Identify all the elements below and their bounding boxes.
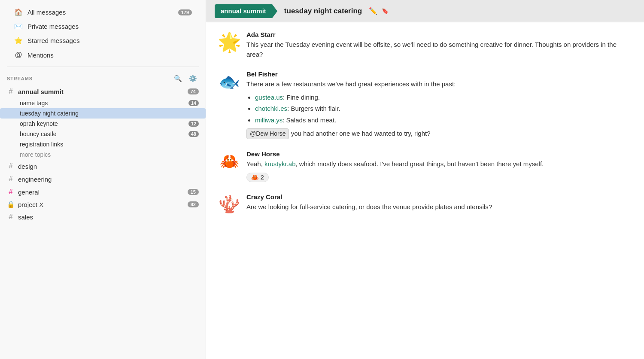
topic-badge: 12 (188, 121, 199, 127)
message-content: Ada Starr This year the Tuesday evening … (246, 31, 631, 59)
restaurant-link-1[interactable]: gustea.us (255, 94, 283, 101)
sidebar-nav: 🏠 All messages 179 ✉️ Private messages ⭐… (0, 0, 206, 64)
restaurant-link-2[interactable]: chotchki.es (255, 105, 287, 112)
stream-badge: 74 (188, 88, 199, 94)
topic-label: registration links (20, 141, 199, 148)
stream-label: annual summit (18, 88, 184, 95)
avatar: 🌟 (219, 32, 240, 52)
sidebar-nav-label: All messages (27, 9, 174, 16)
topic-label: tuesday night catering (20, 110, 199, 117)
message-sender: Ada Starr (246, 31, 631, 38)
sidebar-item-all-messages[interactable]: 🏠 All messages 179 (7, 5, 199, 19)
message-sender: Bel Fisher (246, 70, 631, 78)
restaurant-link-krusty[interactable]: krustykr.ab (264, 160, 296, 167)
lock-icon: 🔒 (7, 201, 15, 208)
sidebar-item-design[interactable]: # design (0, 160, 206, 173)
reaction-pill[interactable]: 🦀 2 (246, 173, 269, 182)
at-icon: @ (14, 51, 23, 59)
sidebar-topic-name-tags[interactable]: name tags 14 (0, 98, 206, 108)
sidebar: 🏠 All messages 179 ✉️ Private messages ⭐… (0, 0, 206, 359)
stream-label: engineering (18, 176, 199, 183)
message-prefix: Yeah, (246, 160, 264, 167)
message-sender: Dew Horse (246, 150, 631, 158)
sidebar-item-private-messages[interactable]: ✉️ Private messages (7, 19, 199, 33)
sidebar-item-mentions[interactable]: @ Mentions (7, 48, 199, 62)
message-text: This year the Tuesday evening event will… (246, 40, 631, 59)
message-sender: Crazy Coral (246, 193, 631, 201)
sidebar-topic-tuesday-night-catering[interactable]: tuesday night catering (0, 108, 206, 119)
avatar: 🪸 (219, 194, 240, 215)
message-tail: you had another one we had wanted to try… (291, 130, 431, 137)
message-block: 🪸 Crazy Coral Are we looking for full-se… (219, 193, 631, 215)
message-text: There are a few restaurants we've had gr… (246, 79, 631, 139)
messages-area: 🌟 Ada Starr This year the Tuesday evenin… (206, 22, 644, 359)
hash-icon: # (7, 175, 15, 183)
topic-label: oprah keynote (20, 120, 185, 127)
sidebar-item-engineering[interactable]: # engineering (0, 173, 206, 186)
sidebar-nav-label: Starred messages (27, 37, 192, 44)
gear-icon[interactable]: ⚙️ (187, 74, 199, 83)
streams-header: STREAMS 🔍 ⚙️ (0, 70, 206, 85)
sidebar-topic-bouncy-castle[interactable]: bouncy castle 48 (0, 129, 206, 139)
stream-badge: 82 (188, 201, 199, 207)
envelope-icon: ✉️ (14, 22, 23, 30)
edit-icon[interactable]: ✏️ (369, 7, 377, 15)
stream-label: sales (18, 213, 199, 221)
list-item: chotchki.es: Burgers with flair. (255, 104, 631, 114)
avatar: 🐟 (219, 71, 240, 92)
hash-icon: # (7, 213, 15, 221)
topic-label: bouncy castle (20, 131, 185, 137)
sidebar-item-sales[interactable]: # sales (0, 210, 206, 223)
sidebar-topic-oprah-keynote[interactable]: oprah keynote 12 (0, 119, 206, 129)
message-content: Crazy Coral Are we looking for full-serv… (246, 193, 631, 212)
avatar: 🦀 (219, 151, 240, 172)
reaction-emoji: 🦀 (251, 174, 258, 181)
divider (7, 67, 199, 67)
topic-label: name tags (20, 100, 185, 106)
topic-badge: 14 (188, 100, 199, 106)
all-messages-badge: 179 (178, 9, 192, 15)
search-streams-button[interactable]: 🔍 (172, 74, 184, 83)
sidebar-item-general[interactable]: # general 15 (0, 186, 206, 198)
sidebar-nav-label: Mentions (27, 52, 192, 59)
topbar: annual summit tuesday night catering ✏️ … (206, 0, 644, 22)
hash-icon: # (7, 87, 15, 96)
list-item: gustea.us: Fine dining. (255, 93, 631, 103)
topbar-stream-label[interactable]: annual summit (215, 4, 272, 18)
sidebar-item-annual-summit[interactable]: # annual summit 74 (0, 85, 206, 98)
more-topics-link[interactable]: more topics (0, 149, 206, 160)
message-suffix: , which mostly does seafood. I've heard … (296, 160, 544, 167)
reaction-count: 2 (261, 174, 264, 181)
stream-badge: 15 (188, 189, 199, 195)
sidebar-nav-label: Private messages (27, 23, 192, 30)
stream-label: design (18, 163, 199, 170)
message-content: Dew Horse Yeah, krustykr.ab, which mostl… (246, 150, 631, 182)
bookmark-icon[interactable]: 🔖 (382, 8, 389, 14)
stream-label: general (18, 189, 184, 196)
stream-label: project X (18, 201, 184, 208)
message-text: Are we looking for full-service catering… (246, 202, 631, 212)
main-content: annual summit tuesday night catering ✏️ … (206, 0, 644, 359)
message-content: Bel Fisher There are a few restaurants w… (246, 70, 631, 139)
mention-pill: @Dew Horse (246, 128, 289, 139)
message-text: Yeah, krustykr.ab, which mostly does sea… (246, 159, 631, 169)
message-block: 🌟 Ada Starr This year the Tuesday evenin… (219, 31, 631, 59)
restaurant-link-3[interactable]: milliwa.ys (255, 116, 283, 124)
topbar-action-icons: ✏️ 🔖 (369, 7, 389, 15)
message-block: 🦀 Dew Horse Yeah, krustykr.ab, which mos… (219, 150, 631, 182)
topbar-topic-label: tuesday night catering (280, 7, 366, 15)
hash-icon: # (7, 162, 15, 170)
sidebar-item-starred-messages[interactable]: ⭐ Starred messages (7, 33, 199, 48)
sidebar-item-project-x[interactable]: 🔒 project X 82 (0, 198, 206, 210)
home-icon: 🏠 (14, 8, 23, 16)
topic-badge: 48 (188, 131, 199, 137)
message-intro: There are a few restaurants we've had gr… (246, 80, 456, 88)
message-block: 🐟 Bel Fisher There are a few restaurants… (219, 70, 631, 139)
star-icon: ⭐ (14, 37, 23, 45)
list-item: milliwa.ys: Salads and meat. (255, 116, 631, 125)
hash-icon: # (7, 188, 15, 196)
sidebar-topic-registration-links[interactable]: registration links (0, 139, 206, 149)
streams-title: STREAMS (7, 76, 169, 81)
